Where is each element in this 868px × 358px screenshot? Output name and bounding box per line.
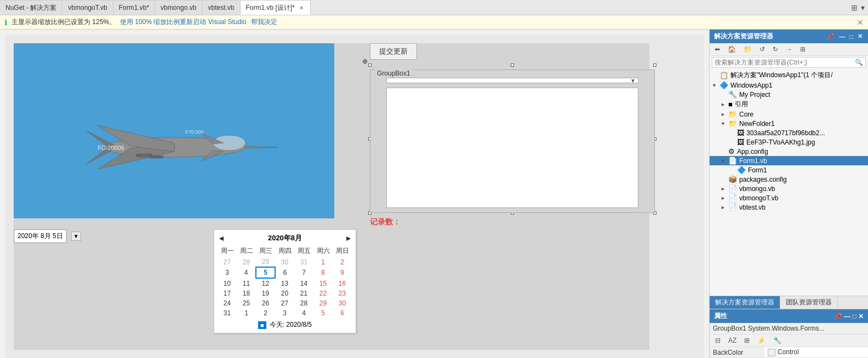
resize-handle-tc[interactable] — [511, 63, 514, 67]
cal-day[interactable]: 29 — [313, 298, 333, 308]
tab-form1-design[interactable]: Form1.vb [设计]* ✕ — [241, 0, 311, 15]
resize-handle-tl[interactable]: ⊕ — [368, 63, 372, 67]
tree-item-packages-config[interactable]: 📦packages.config — [710, 175, 868, 184]
cal-day[interactable]: 11 — [237, 278, 256, 288]
cal-day[interactable]: 30 — [333, 298, 352, 308]
cal-day[interactable]: 21 — [294, 288, 313, 298]
cal-day[interactable]: 5 — [256, 267, 275, 278]
cal-day[interactable]: 17 — [218, 288, 237, 298]
props-tool-events[interactable]: ⚡ — [754, 336, 769, 345]
tree-arrow-icon[interactable]: ► — [721, 102, 728, 107]
tree-view[interactable]: 📋解决方案"WindowsApp1"(1 个项目/▼🔷WindowsApp1 🔧… — [710, 69, 868, 296]
calendar-widget[interactable]: ◄ 2020年8月 ► 周一周二周三周四周五周六周日 2728293031123… — [214, 229, 356, 333]
cal-day[interactable]: 6 — [333, 308, 352, 318]
props-close-icon[interactable]: ✕ — [858, 313, 864, 320]
maximize-icon[interactable]: □ — [848, 33, 854, 40]
tree-item-vbtest-vb[interactable]: ►📄vbtest.vb — [710, 203, 868, 212]
cal-day[interactable]: 15 — [313, 278, 333, 288]
cal-next-btn[interactable]: ► — [345, 234, 352, 242]
cal-prev-btn[interactable]: ◄ — [218, 234, 225, 242]
tab-overflow-icon[interactable]: ▾ — [860, 3, 866, 12]
combo-box[interactable]: ▼ — [386, 78, 638, 83]
cal-day[interactable]: 25 — [237, 298, 256, 308]
search-input[interactable] — [715, 59, 855, 66]
tree-item-vbmongo-vb[interactable]: ►📄vbmongo.vb — [710, 184, 868, 193]
cal-day[interactable]: 10 — [218, 278, 237, 288]
tree-item-eef3p-tvoaakhg1-jpg[interactable]: 🖼EeF3P-TVoAAKhg1.jpg — [710, 137, 868, 147]
cal-day[interactable]: 1 — [313, 257, 333, 267]
se-tool-expand[interactable]: ⊞ — [797, 44, 808, 54]
se-tool-arrow[interactable]: → — [783, 44, 795, 54]
tab-nuget[interactable]: NuGet - 解决方案 — [0, 0, 62, 15]
cal-day[interactable]: 30 — [275, 257, 294, 267]
cal-day[interactable]: 26 — [256, 298, 275, 308]
tab-vbtest[interactable]: vbtest.vb — [202, 0, 240, 15]
tree-item-form1[interactable]: 🔷Form1 — [710, 165, 868, 175]
group-box[interactable]: GroupBox1 ▼ — [370, 70, 655, 213]
cal-day[interactable]: 4 — [294, 308, 313, 318]
props-tool-categorized[interactable]: ⊟ — [712, 336, 724, 345]
tree-arrow-icon[interactable]: ▼ — [721, 158, 728, 164]
tree-item-vbmongot-vb[interactable]: ►📄vbmongoT.vb — [710, 193, 868, 203]
search-box[interactable]: 🔍 — [712, 57, 866, 68]
submit-button[interactable]: 提交更新 — [370, 43, 417, 60]
tree-item---[interactable]: ►■引用 — [710, 99, 868, 109]
minimize-icon[interactable]: — — [838, 33, 846, 40]
cal-day[interactable]: 22 — [313, 288, 333, 298]
cal-day[interactable]: 2 — [333, 257, 352, 267]
date-dropdown-btn[interactable]: ▼ — [71, 232, 81, 241]
se-tool-folder[interactable]: 📁 — [741, 44, 755, 54]
cal-day[interactable]: 27 — [275, 298, 294, 308]
props-minimize-icon[interactable]: — — [844, 313, 850, 320]
cal-day[interactable]: 31 — [218, 308, 237, 318]
cal-day[interactable]: 31 — [294, 257, 313, 267]
tree-item-303aaf5a20717bf96bdb2---[interactable]: 🖼303aaf5a20717bf96bdb2... — [710, 128, 868, 137]
cal-day[interactable]: 7 — [294, 267, 313, 278]
cal-day[interactable]: 16 — [333, 278, 352, 288]
cal-day[interactable]: 5 — [313, 308, 333, 318]
tree-arrow-icon[interactable]: ▼ — [712, 83, 719, 88]
form-design-surface[interactable]: FC-20006 F70-200 2020年 8月 5日 ▼ — [14, 43, 649, 350]
tree-item-app-config[interactable]: ⚙App.config — [710, 147, 868, 156]
tree-item-windowsapp1[interactable]: ▼🔷WindowsApp1 — [710, 80, 868, 90]
cal-day[interactable]: 28 — [237, 257, 256, 267]
cal-day[interactable]: 3 — [275, 308, 294, 318]
cal-day[interactable]: 27 — [218, 257, 237, 267]
tab-form1vb[interactable]: Form1.vb* — [113, 0, 155, 15]
tab-vbmongot[interactable]: vbmongoT.vb — [62, 0, 113, 15]
cal-day[interactable]: 9 — [333, 267, 352, 278]
cal-day[interactable]: 4 — [237, 267, 256, 278]
bottom-tab-team[interactable]: 团队资源管理器 — [780, 296, 838, 309]
date-input-box[interactable]: 2020年 8月 5日 — [14, 229, 67, 243]
tree-arrow-icon[interactable]: ► — [721, 186, 728, 192]
notification-link1[interactable]: 使用 100% 缩放比例重新启动 Visual Studio — [120, 18, 247, 27]
props-tool-config[interactable]: 🔧 — [770, 336, 785, 345]
notification-link2[interactable]: 帮我决定 — [251, 18, 277, 27]
cal-day[interactable]: 3 — [218, 267, 237, 278]
se-tool-home[interactable]: 🏠 — [725, 44, 739, 54]
data-grid[interactable] — [386, 88, 638, 208]
se-tool-refresh1[interactable]: ↺ — [757, 44, 768, 54]
cal-day[interactable]: 19 — [256, 288, 275, 298]
cal-day[interactable]: 12 — [256, 278, 275, 288]
tab-close-icon[interactable]: ✕ — [298, 4, 305, 11]
tree-arrow-icon[interactable]: ► — [721, 205, 728, 210]
props-value[interactable]: Control — [764, 347, 868, 357]
cal-day[interactable]: 14 — [294, 278, 313, 288]
tab-vbmongo[interactable]: vbmongo.vb — [155, 0, 202, 15]
pin-icon[interactable]: 📌 — [826, 33, 836, 40]
tree-arrow-icon[interactable]: ▼ — [721, 121, 728, 126]
tab-pin-icon[interactable]: ⊞ — [850, 3, 859, 12]
se-tool-back[interactable]: ⬅ — [712, 44, 723, 54]
props-tool-alpha[interactable]: AZ — [725, 336, 740, 345]
props-maximize-icon[interactable]: □ — [852, 313, 856, 320]
cal-day[interactable]: 8 — [313, 267, 333, 278]
tree-item-form1-vb[interactable]: ▼📄Form1.vb — [710, 156, 868, 165]
tree-item-my-project[interactable]: 🔧My Project — [710, 90, 868, 99]
tree-arrow-icon[interactable]: ► — [721, 112, 728, 117]
resize-handle-tr[interactable] — [653, 63, 656, 67]
cal-day[interactable]: 13 — [275, 278, 294, 288]
cal-day[interactable]: 18 — [237, 288, 256, 298]
cal-day[interactable]: 24 — [218, 298, 237, 308]
tree-item------windowsapp1--1-----[interactable]: 📋解决方案"WindowsApp1"(1 个项目/ — [710, 70, 868, 80]
